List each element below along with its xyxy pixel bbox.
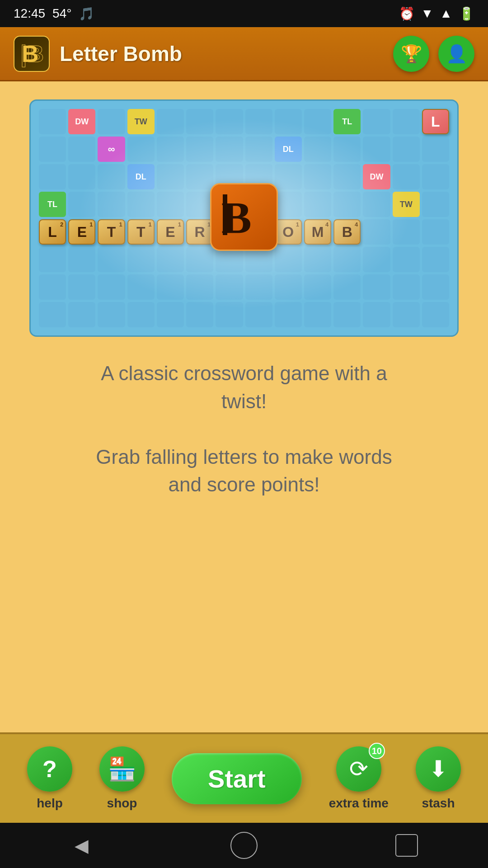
- cell: [98, 247, 125, 272]
- time-display: 12:45: [14, 6, 45, 21]
- cell: [422, 247, 449, 272]
- cell: [98, 274, 125, 300]
- cell: [422, 164, 449, 189]
- app-bar: B |B Letter Bomb 🏆 👤: [0, 27, 488, 81]
- cell: [363, 247, 390, 272]
- cell: [68, 274, 95, 300]
- cell: [39, 247, 66, 272]
- app-logo-icon: B |B: [14, 36, 50, 72]
- nav-bar: ◀: [0, 823, 488, 868]
- extra-time-button[interactable]: ⟳ 10 extra time: [329, 746, 389, 811]
- wifi-icon: ▼: [421, 6, 434, 21]
- stash-icon-circle: ⬇: [416, 746, 461, 792]
- cell: [39, 137, 66, 162]
- status-left: 12:45 54° 🎵: [14, 6, 94, 21]
- cell: [127, 247, 155, 272]
- cell: [216, 109, 243, 134]
- desc-line1: A classic crossword game with a: [101, 362, 387, 384]
- bottom-bar: ? help 🏪 shop Start ⟳ 10 extra time ⬇ st…: [0, 732, 488, 823]
- cell: [333, 137, 361, 162]
- cell: [186, 109, 213, 134]
- cell: [393, 274, 420, 300]
- cell-tl: TL: [39, 192, 66, 217]
- cell-inf: ∞: [98, 137, 125, 162]
- cell: [363, 219, 390, 245]
- trophy-button[interactable]: 🏆: [393, 36, 429, 72]
- cell: [333, 192, 361, 217]
- cell: [39, 274, 66, 300]
- cell: [157, 274, 184, 300]
- stash-icon: ⬇: [429, 756, 448, 782]
- cell: [68, 247, 95, 272]
- home-button[interactable]: [228, 830, 260, 861]
- home-icon-circle: [230, 832, 258, 859]
- stash-label: stash: [422, 796, 455, 811]
- back-button[interactable]: ◀: [66, 830, 97, 861]
- profile-button[interactable]: 👤: [438, 36, 474, 72]
- cell: [39, 302, 66, 327]
- app-bar-right: 🏆 👤: [393, 36, 474, 72]
- cell: [68, 137, 95, 162]
- cell: [422, 219, 449, 245]
- cell: [157, 192, 184, 217]
- trophy-icon: 🏆: [401, 44, 422, 64]
- cell: [157, 137, 184, 162]
- cell: [304, 302, 331, 327]
- cell: [245, 274, 272, 300]
- app-title: Letter Bomb: [60, 42, 182, 66]
- cell: [245, 109, 272, 134]
- shop-button[interactable]: 🏪 shop: [99, 746, 145, 811]
- start-button[interactable]: Start: [172, 753, 302, 804]
- main-content: DW TW TL L ∞ DL: [0, 81, 488, 732]
- help-button[interactable]: ? help: [27, 746, 72, 811]
- cell: [68, 302, 95, 327]
- cell: [245, 137, 272, 162]
- desc-line3: Grab falling letters to make words: [96, 446, 392, 468]
- description-text: A classic crossword game with a twist! G…: [78, 359, 410, 499]
- battery-icon: 🔋: [459, 6, 474, 21]
- cell: [393, 247, 420, 272]
- cell-letter-E2: E1: [157, 219, 184, 245]
- cell: [304, 274, 331, 300]
- cell: [39, 109, 66, 134]
- signal-icon: ▲: [440, 6, 452, 21]
- recent-button[interactable]: [391, 830, 422, 861]
- cell: [98, 164, 125, 189]
- cell: [127, 137, 155, 162]
- cell-tw: TW: [127, 109, 155, 134]
- alarm-icon: ⏰: [399, 6, 415, 21]
- cell: [333, 247, 361, 272]
- shop-label: shop: [107, 796, 137, 811]
- cell: [363, 137, 390, 162]
- cell: [186, 302, 213, 327]
- cell: [393, 137, 420, 162]
- cell: [363, 192, 390, 217]
- status-right: ⏰ ▼ ▲ 🔋: [399, 6, 474, 21]
- cell: [333, 302, 361, 327]
- cell-letter-L: L2: [39, 219, 66, 245]
- cell: [127, 302, 155, 327]
- cell: [304, 164, 331, 189]
- start-button-wrapper[interactable]: Start: [172, 753, 302, 804]
- stash-button[interactable]: ⬇ stash: [416, 746, 461, 811]
- cell-dw: DW: [68, 109, 95, 134]
- cell: [98, 109, 125, 134]
- cell: [333, 274, 361, 300]
- cell-letter-O: O1: [275, 219, 302, 245]
- cell-dl: DL: [127, 164, 155, 189]
- cell: [422, 302, 449, 327]
- cell: [157, 302, 184, 327]
- cell: [186, 164, 213, 189]
- cell: [216, 137, 243, 162]
- cell-letter-B2: B4: [333, 219, 361, 245]
- cell-letter-E: E1: [68, 219, 95, 245]
- cell-letter-special: L: [422, 109, 449, 134]
- status-bar: 12:45 54° 🎵 ⏰ ▼ ▲ 🔋: [0, 0, 488, 27]
- help-label: help: [37, 796, 63, 811]
- cell: [157, 247, 184, 272]
- cell: [186, 274, 213, 300]
- recent-icon-square: [395, 834, 418, 857]
- cell: [363, 302, 390, 327]
- cell: [127, 192, 155, 217]
- cell-dw: DW: [363, 164, 390, 189]
